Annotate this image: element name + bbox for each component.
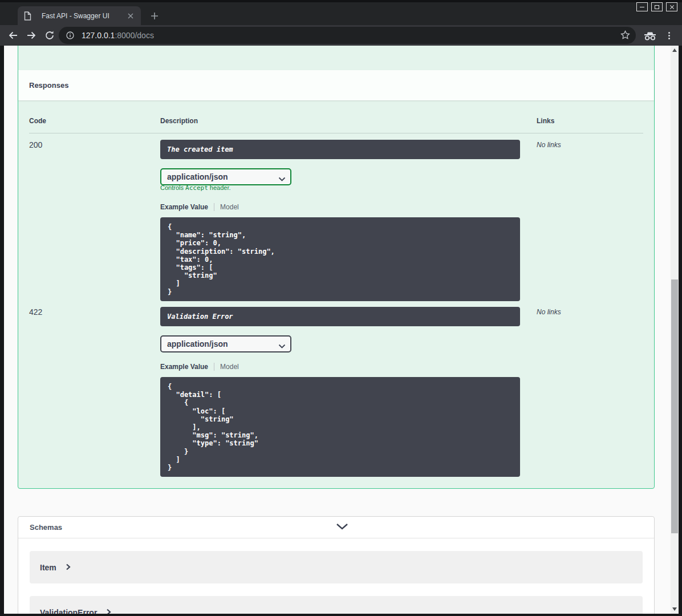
column-header-code: Code: [29, 117, 46, 125]
page-viewport: Responses Code Description Links 200 The…: [4, 46, 679, 614]
response-422-description: Validation Error: [160, 307, 520, 326]
response-422-description-text: Validation Error: [167, 313, 233, 321]
accept-header-note: Controls Accept header.: [160, 184, 231, 192]
address-bar[interactable]: 127.0.0.1:8000/docs: [59, 27, 636, 44]
minimize-button[interactable]: [636, 2, 648, 11]
table-header-divider: [29, 133, 643, 133]
maximize-button[interactable]: [651, 2, 663, 11]
media-type-select-200[interactable]: application/json: [160, 168, 291, 185]
media-type-select-200-wrap: application/json: [160, 168, 291, 185]
example-json-200[interactable]: { "name": "string", "price": 0, "descrip…: [160, 217, 520, 301]
media-type-select-422-wrap: application/json: [160, 335, 291, 352]
media-type-select-422[interactable]: application/json: [160, 335, 291, 352]
tab-close-icon[interactable]: [126, 11, 135, 21]
chevron-right-icon: [66, 562, 71, 573]
tab-model[interactable]: Model: [220, 203, 239, 211]
example-json-422-text: { "detail": [ { "loc": [ "string" ], "ms…: [168, 383, 520, 472]
accept-note-pre: Controls: [160, 184, 185, 191]
opblock-post: Responses Code Description Links 200 The…: [18, 46, 655, 489]
tab-strip: Fast API - Swagger UI: [0, 0, 682, 25]
url-text[interactable]: 127.0.0.1:8000/docs: [82, 27, 154, 44]
tab-divider: [214, 203, 214, 211]
response-code-200: 200: [29, 140, 42, 149]
schema-item-name: Item: [40, 563, 56, 572]
response-422-links: No links: [537, 308, 561, 316]
response-200-description: The created item: [160, 140, 520, 159]
close-icon: [669, 5, 675, 10]
browser-menu-icon[interactable]: [665, 30, 672, 40]
response-200-description-text: The created item: [167, 145, 233, 153]
response-200-links: No links: [537, 141, 561, 149]
page-favicon-icon: [24, 11, 31, 23]
accept-note-code: Accept: [185, 184, 208, 192]
schema-item-card[interactable]: Item: [30, 551, 643, 583]
response-code-422: 422: [29, 307, 42, 317]
forward-icon[interactable]: [26, 30, 36, 40]
maximize-icon: [655, 5, 659, 9]
column-header-description: Description: [160, 117, 198, 125]
example-json-422[interactable]: { "detail": [ { "loc": [ "string" ], "ms…: [160, 377, 520, 477]
chevron-right-icon: [106, 607, 111, 614]
bookmark-star-icon[interactable]: [620, 30, 630, 42]
new-tab-button[interactable]: [147, 9, 162, 23]
responses-section-header: Responses: [18, 70, 654, 100]
example-model-tabs-422: Example Value Model: [160, 363, 239, 371]
schemas-title: Schemas: [30, 523, 336, 532]
scrollbar-up-arrow-icon[interactable]: [672, 48, 677, 52]
tab-example-value[interactable]: Example Value: [160, 203, 208, 211]
example-json-200-text: { "name": "string", "price": 0, "descrip…: [168, 223, 520, 296]
vertical-scrollbar[interactable]: [671, 46, 679, 614]
browser-toolbar: 127.0.0.1:8000/docs: [0, 25, 682, 46]
accept-note-post: header.: [208, 184, 231, 191]
scrollbar-down-arrow-icon[interactable]: [672, 607, 677, 611]
url-host: 127.0.0.1: [82, 31, 115, 40]
example-model-tabs-200: Example Value Model: [160, 203, 239, 211]
reload-icon[interactable]: [44, 30, 55, 40]
browser-tab[interactable]: Fast API - Swagger UI: [18, 6, 141, 25]
window-controls: [636, 2, 677, 11]
incognito-icon: [643, 31, 657, 43]
url-path: :8000/docs: [115, 31, 154, 40]
close-button[interactable]: [666, 2, 677, 11]
schemas-header[interactable]: Schemas: [18, 517, 654, 538]
tab-divider: [214, 363, 214, 371]
back-icon[interactable]: [8, 30, 18, 40]
schema-validationerror-card[interactable]: ValidationError: [30, 596, 643, 614]
responses-title: Responses: [29, 81, 68, 90]
schemas-collapse-chevron-icon[interactable]: [336, 523, 642, 532]
schemas-section: Schemas Item ValidationError: [18, 516, 655, 614]
tab-model[interactable]: Model: [220, 363, 239, 371]
site-info-icon[interactable]: [66, 31, 74, 42]
schema-validationerror-name: ValidationError: [40, 608, 97, 614]
scrollbar-thumb[interactable]: [671, 279, 678, 533]
window-top-edge: [0, 0, 682, 2]
tab-example-value[interactable]: Example Value: [160, 363, 208, 371]
tab-title: Fast API - Swagger UI: [42, 12, 126, 20]
column-header-links: Links: [537, 117, 554, 125]
minimize-icon: [640, 7, 644, 7]
